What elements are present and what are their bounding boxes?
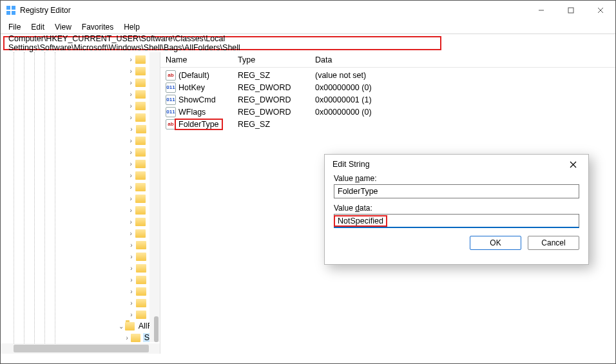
folder-icon xyxy=(135,183,146,191)
tree-item-14[interactable]: ›14 xyxy=(3,53,160,65)
cancel-button[interactable]: Cancel xyxy=(528,236,579,250)
value-row[interactable]: 011WFlagsREG_DWORD0x00000000 (0) xyxy=(160,106,615,118)
expand-icon[interactable]: › xyxy=(126,137,135,144)
dialog-title: Edit String xyxy=(332,160,370,169)
svg-rect-2 xyxy=(6,11,10,15)
tree-item-allfolders[interactable]: ⌄AllFol xyxy=(3,320,160,332)
expand-icon[interactable]: › xyxy=(126,195,135,202)
expand-icon[interactable]: › xyxy=(127,311,136,318)
collapse-icon[interactable]: ⌄ xyxy=(117,323,125,330)
expand-icon[interactable]: › xyxy=(127,253,136,260)
expand-icon[interactable]: › xyxy=(126,68,135,75)
tree-scrollbar-horizontal[interactable] xyxy=(1,343,160,354)
col-header-type[interactable]: Type xyxy=(238,55,315,64)
menu-favorites[interactable]: Favorites xyxy=(77,21,119,33)
value-name-input[interactable]: FolderType xyxy=(334,184,579,198)
value-data-input[interactable]: NotSpecified xyxy=(334,214,579,228)
expand-icon[interactable]: › xyxy=(126,218,135,225)
tree-item-21[interactable]: ›21 xyxy=(3,146,160,158)
expand-icon[interactable]: › xyxy=(127,300,136,307)
folder-icon xyxy=(135,137,146,145)
col-header-name[interactable]: Name xyxy=(160,55,238,64)
tree-item-4[interactable]: ›4 xyxy=(3,251,160,262)
expand-icon[interactable]: › xyxy=(127,276,136,283)
maximize-button[interactable] xyxy=(556,1,586,20)
tree-item-16[interactable]: ›16 xyxy=(3,77,160,88)
folder-icon xyxy=(135,90,146,99)
tree-item-2[interactable]: ›2 xyxy=(3,123,160,135)
tree-item-7[interactable]: ›7 xyxy=(3,285,160,297)
tree-scrollbar-vertical[interactable] xyxy=(149,52,160,342)
value-name: (Default) xyxy=(178,71,209,80)
tree-item-5[interactable]: ›5 xyxy=(3,262,160,274)
expand-icon[interactable]: › xyxy=(127,265,136,272)
minimize-button[interactable] xyxy=(526,1,556,20)
tree-item-15[interactable]: ›15 xyxy=(3,65,160,77)
tree-item-27[interactable]: ›27 xyxy=(3,216,160,227)
svg-rect-1 xyxy=(12,6,15,10)
expand-icon[interactable]: › xyxy=(126,207,135,214)
expand-icon[interactable]: › xyxy=(127,126,136,133)
menu-file[interactable]: File xyxy=(3,21,26,33)
expand-icon[interactable]: › xyxy=(126,149,135,156)
folder-icon xyxy=(136,287,146,296)
tree-item-3[interactable]: ›3 xyxy=(3,239,160,251)
tree-item-18[interactable]: ›18 xyxy=(3,100,160,111)
folder-icon xyxy=(135,195,146,203)
folder-icon xyxy=(135,218,146,226)
tree-item-8[interactable]: ›8 xyxy=(3,297,160,309)
tree-item-shell[interactable]: ›She xyxy=(3,332,160,343)
menu-edit[interactable]: Edit xyxy=(26,21,50,33)
folder-icon xyxy=(135,206,146,215)
expand-icon[interactable]: › xyxy=(126,91,135,98)
tree-item-6[interactable]: ›6 xyxy=(3,274,160,285)
folder-icon xyxy=(136,125,146,133)
tree-item-17[interactable]: ›17 xyxy=(3,88,160,100)
menu-view[interactable]: View xyxy=(50,21,77,33)
expand-icon[interactable]: › xyxy=(126,160,135,168)
folder-icon xyxy=(135,55,146,64)
tree-item-26[interactable]: ›26 xyxy=(3,204,160,216)
expand-icon[interactable]: › xyxy=(126,172,135,179)
expand-icon[interactable]: › xyxy=(126,184,135,191)
expand-icon[interactable]: › xyxy=(127,288,136,295)
tree-item-28[interactable]: ›28 xyxy=(3,227,160,239)
tree-item-24[interactable]: ›24 xyxy=(3,181,160,193)
folder-icon xyxy=(136,311,146,319)
folder-icon xyxy=(135,171,146,180)
dword-value-icon: 011 xyxy=(166,107,176,117)
close-button[interactable] xyxy=(586,1,615,20)
folder-icon xyxy=(131,334,140,342)
address-bar[interactable]: Computer\HKEY_CURRENT_USER\Software\Clas… xyxy=(3,36,441,50)
menu-bar: File Edit View Favorites Help xyxy=(1,20,615,34)
tree-item-19[interactable]: ›19 xyxy=(3,111,160,123)
expand-icon[interactable]: › xyxy=(126,79,135,86)
value-type: REG_SZ xyxy=(238,120,315,129)
edit-string-dialog: Edit String Value name: FolderType Value… xyxy=(324,154,589,265)
expand-icon[interactable]: › xyxy=(126,114,135,121)
expand-icon[interactable]: › xyxy=(127,242,136,249)
tree-item-23[interactable]: ›23 xyxy=(3,169,160,181)
ok-button[interactable]: OK xyxy=(470,236,521,250)
col-header-data[interactable]: Data xyxy=(315,55,615,64)
tree-item-25[interactable]: ›25 xyxy=(3,193,160,204)
value-data: 0x00000001 (1) xyxy=(315,95,615,104)
value-row[interactable]: 011HotKeyREG_DWORD0x00000000 (0) xyxy=(160,81,615,93)
tree-item-20[interactable]: ›20 xyxy=(3,135,160,146)
expand-icon[interactable]: › xyxy=(123,334,131,341)
tree-item-9[interactable]: ›9 xyxy=(3,309,160,320)
expand-icon[interactable]: › xyxy=(126,102,135,110)
value-row[interactable]: ab(Default)REG_SZ(value not set) xyxy=(160,69,615,81)
dialog-close-button[interactable] xyxy=(563,157,583,172)
expand-icon[interactable]: › xyxy=(126,230,135,237)
string-value-icon: ab xyxy=(166,70,176,81)
value-row[interactable]: 011ShowCmdREG_DWORD0x00000001 (1) xyxy=(160,93,615,106)
value-data: 0x00000000 (0) xyxy=(315,108,615,117)
menu-help[interactable]: Help xyxy=(119,21,145,33)
tree-item-22[interactable]: ›22 xyxy=(3,158,160,169)
expand-icon[interactable]: › xyxy=(126,56,135,63)
folder-icon xyxy=(135,67,146,75)
window-titlebar: Registry Editor xyxy=(1,1,615,20)
value-row[interactable]: abFolderTypeREG_SZ xyxy=(160,118,615,130)
tree-pane[interactable]: ›14›15›16›17›18›19›2›20›21›22›23›24›25›2… xyxy=(1,52,160,354)
